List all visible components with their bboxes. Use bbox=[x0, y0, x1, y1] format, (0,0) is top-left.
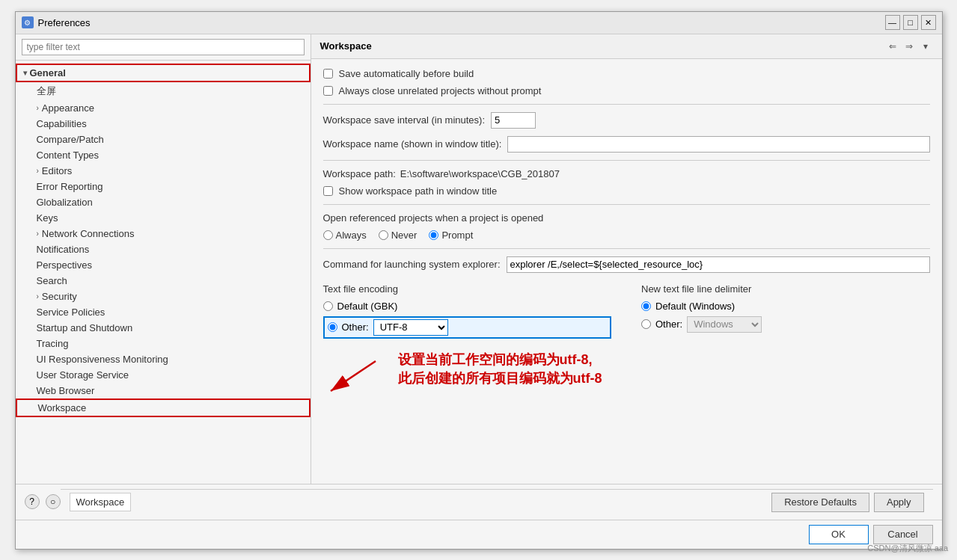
encoding-default-label: Default (GBK) bbox=[337, 301, 398, 312]
info-button[interactable]: ○ bbox=[46, 494, 61, 509]
close-button[interactable]: ✕ bbox=[921, 15, 936, 30]
watermark: CSDN@清风微凉 aaa bbox=[867, 543, 948, 554]
workspacename-input[interactable] bbox=[507, 136, 929, 153]
arrow-appearance: › bbox=[37, 104, 39, 112]
openprojects-label: Open referenced projects when a project … bbox=[323, 212, 930, 224]
tree-label-compare: Compare/Patch bbox=[37, 134, 104, 145]
nav-dropdown-button[interactable]: ▾ bbox=[918, 39, 933, 54]
tree-item-startupshutdown[interactable]: Startup and Shutdown bbox=[16, 320, 311, 336]
tree-label-uiresponsiveness: UI Responsiveness Monitoring bbox=[37, 354, 168, 365]
tree-item-capabilities[interactable]: Capabilities bbox=[16, 116, 311, 132]
saveinterval-input[interactable] bbox=[491, 112, 536, 129]
alwaysclose-row: Always close unrelated projects without … bbox=[323, 85, 930, 96]
preferences-window: ⚙ Preferences — □ ✕ ▾ General 全屏 bbox=[15, 11, 943, 550]
tree-item-servicepolicies[interactable]: Service Policies bbox=[16, 304, 311, 320]
window-icon: ⚙ bbox=[22, 16, 34, 28]
tree-item-fullscreen[interactable]: 全屏 bbox=[16, 82, 311, 100]
filter-input[interactable] bbox=[22, 39, 305, 55]
encoding-other-radio[interactable] bbox=[328, 322, 337, 332]
nav-back-button[interactable]: ⇐ bbox=[885, 39, 900, 54]
delimiter-other-row: Other: Windows Unix Mac bbox=[641, 316, 930, 333]
tree-area: ▾ General 全屏 › Appearance Capabilities C… bbox=[16, 61, 311, 484]
openprojects-prompt-radio[interactable] bbox=[429, 230, 438, 240]
tree-item-security[interactable]: › Security bbox=[16, 289, 311, 304]
apply-button[interactable]: Apply bbox=[874, 493, 924, 512]
nav-forward-button[interactable]: ⇒ bbox=[902, 39, 917, 54]
tree-label-general: General bbox=[30, 67, 66, 79]
annotation-line1: 设置当前工作空间的编码为utf-8, bbox=[398, 351, 602, 369]
tree-item-userstorage[interactable]: User Storage Service bbox=[16, 367, 311, 383]
delimiter-select[interactable]: Windows Unix Mac bbox=[687, 316, 762, 333]
workspacepath-row: Workspace path: E:\software\workspace\CG… bbox=[323, 168, 930, 179]
tree-item-perspectives[interactable]: Perspectives bbox=[16, 257, 311, 273]
main-area: ▾ General 全屏 › Appearance Capabilities C… bbox=[16, 34, 942, 484]
encoding-other-row: Other: UTF-8 GBK ISO-8859-1 UTF-16 bbox=[323, 316, 612, 339]
tree-label-notifications: Notifications bbox=[37, 244, 90, 255]
tree-item-networkconn[interactable]: › Network Connections bbox=[16, 226, 311, 241]
text-encoding-box: Text file encoding Default (GBK) Other: … bbox=[323, 283, 612, 343]
workspacepath-label: Workspace path: bbox=[323, 168, 396, 179]
tree-item-webbrowser[interactable]: Web Browser bbox=[16, 383, 311, 399]
right-panel: Workspace ⇐ ⇒ ▾ Save automatically befor… bbox=[311, 34, 942, 484]
encoding-select[interactable]: UTF-8 GBK ISO-8859-1 UTF-16 bbox=[373, 319, 448, 336]
annotation-arrow bbox=[323, 354, 383, 399]
action-buttons: Restore Defaults Apply bbox=[771, 493, 923, 512]
alwaysclose-label: Always close unrelated projects without … bbox=[339, 85, 542, 96]
openprojects-always-radio[interactable] bbox=[323, 230, 333, 240]
delimiter-other-radio[interactable] bbox=[641, 319, 651, 329]
maximize-button[interactable]: □ bbox=[903, 15, 918, 30]
tree-item-globalization[interactable]: Globalization bbox=[16, 194, 311, 210]
alwaysclose-checkbox[interactable] bbox=[323, 86, 333, 96]
tree-label-globalization: Globalization bbox=[37, 197, 93, 208]
tree-item-appearance[interactable]: › Appearance bbox=[16, 100, 311, 116]
encoding-other-label: Other: bbox=[342, 321, 369, 333]
line-delimiter-box: New text file line delimiter Default (Wi… bbox=[641, 283, 930, 343]
command-row: Command for launching system explorer: bbox=[323, 256, 930, 273]
tree-item-notifications[interactable]: Notifications bbox=[16, 241, 311, 257]
arrow-networkconn: › bbox=[37, 230, 39, 238]
tree-item-search[interactable]: Search bbox=[16, 273, 311, 289]
tree-item-errorreporting[interactable]: Error Reporting bbox=[16, 179, 311, 194]
panel-title: Workspace bbox=[320, 40, 372, 52]
tree-item-workspace[interactable]: Workspace bbox=[16, 399, 311, 417]
tree-label-tracing: Tracing bbox=[37, 338, 69, 349]
encoding-default-radio[interactable] bbox=[323, 301, 333, 311]
tree-label-security: Security bbox=[42, 291, 77, 302]
openprojects-always-label: Always bbox=[336, 230, 367, 241]
openprojects-prompt-label: Prompt bbox=[441, 230, 473, 241]
autosave-label: Save automatically before build bbox=[339, 68, 474, 79]
tree-item-compare[interactable]: Compare/Patch bbox=[16, 132, 311, 147]
bottom-main: ? ○ Workspace Restore Defaults Apply bbox=[16, 484, 942, 520]
openprojects-never-label: Never bbox=[391, 230, 418, 241]
annotation-text: 设置当前工作空间的编码为utf-8, 此后创建的所有项目编码就为utf-8 bbox=[398, 351, 602, 388]
tree-item-tracing[interactable]: Tracing bbox=[16, 336, 311, 351]
help-button[interactable]: ? bbox=[25, 494, 40, 509]
bottom-bar: ? ○ Workspace Restore Defaults Apply OK … bbox=[16, 484, 942, 549]
showpath-checkbox[interactable] bbox=[323, 186, 333, 196]
openprojects-prompt: Prompt bbox=[429, 230, 473, 241]
search-box bbox=[16, 34, 311, 61]
delimiter-default-radio[interactable] bbox=[641, 301, 651, 311]
command-input[interactable] bbox=[507, 256, 930, 273]
encoding-section: Text file encoding Default (GBK) Other: … bbox=[323, 283, 930, 343]
tree-item-uiresponsiveness[interactable]: UI Responsiveness Monitoring bbox=[16, 351, 311, 367]
ok-button[interactable]: OK bbox=[809, 525, 869, 544]
openprojects-always: Always bbox=[323, 230, 367, 241]
restore-defaults-button[interactable]: Restore Defaults bbox=[771, 493, 869, 512]
cancel-button[interactable]: Cancel bbox=[873, 525, 933, 544]
left-panel: ▾ General 全屏 › Appearance Capabilities C… bbox=[16, 34, 311, 484]
delimiter-other-label: Other: bbox=[655, 319, 682, 330]
delimiter-default-row: Default (Windows) bbox=[641, 301, 930, 312]
tree-label-startupshutdown: Startup and Shutdown bbox=[37, 322, 133, 333]
arrow-editors: › bbox=[37, 167, 39, 175]
tree-item-general[interactable]: ▾ General bbox=[16, 64, 311, 82]
text-encoding-title: Text file encoding bbox=[323, 283, 612, 295]
minimize-button[interactable]: — bbox=[885, 15, 900, 30]
saveinterval-label: Workspace save interval (in minutes): bbox=[323, 114, 486, 126]
tree-item-keys[interactable]: Keys bbox=[16, 210, 311, 226]
tree-item-contenttypes[interactable]: Content Types bbox=[16, 147, 311, 163]
autosave-checkbox[interactable] bbox=[323, 69, 333, 79]
showpath-row: Show workspace path in window title bbox=[323, 185, 930, 197]
openprojects-never-radio[interactable] bbox=[379, 230, 388, 240]
tree-item-editors[interactable]: › Editors bbox=[16, 163, 311, 179]
